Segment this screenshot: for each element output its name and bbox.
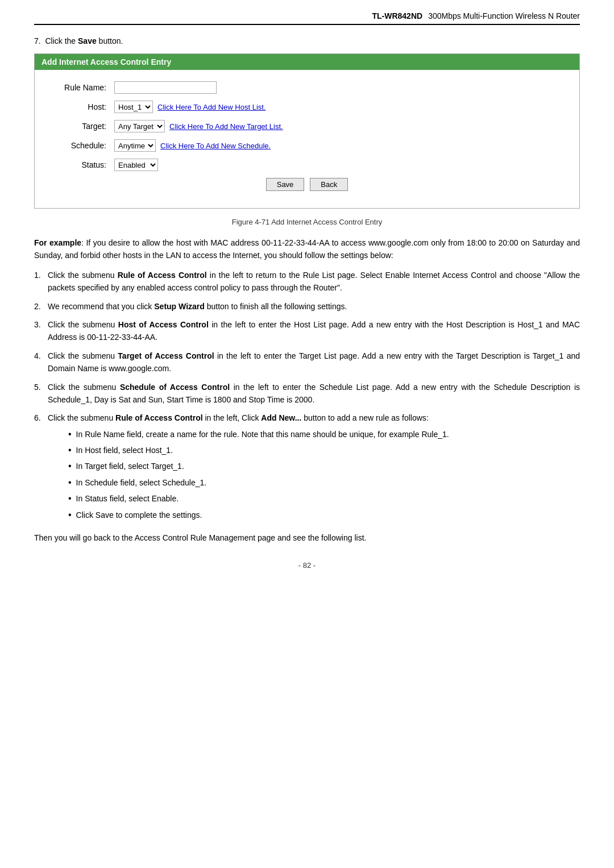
bullet-list: •In Rule Name field, create a name for t… [48,428,580,521]
list-item: 5. Click the submenu Schedule of Access … [34,381,580,406]
list-item: •In Host field, select Host_1. [68,444,580,456]
list-item: •In Status field, select Enable. [68,492,580,505]
back-button[interactable]: Back [310,178,348,191]
target-label: Target: [46,122,114,131]
list-item: 2. We recommend that you click Setup Wiz… [34,300,580,313]
list-item: 3. Click the submenu Host of Access Cont… [34,318,580,344]
list-item: •In Rule Name field, create a name for t… [68,428,580,441]
save-button[interactable]: Save [266,178,305,191]
example-bold: For example [34,238,81,247]
schedule-link[interactable]: Click Here To Add New Schedule. [160,142,271,150]
host-label: Host: [46,102,114,111]
rule-name-row: Rule Name: [46,81,568,94]
list-item: 4. Click the submenu Target of Access Co… [34,350,580,375]
form-buttons: Save Back [46,178,568,197]
list-item: •In Target field, select Target_1. [68,460,580,472]
figure-caption: Figure 4-71 Add Internet Access Control … [34,218,580,226]
list-item: •Click Save to complete the settings. [68,509,580,521]
model-name: TL-WR842ND [372,11,422,20]
final-paragraph: Then you will go back to the Access Cont… [34,531,580,544]
form-body: Rule Name: Host: Host_1 Click Here To Ad… [35,70,579,208]
host-row: Host: Host_1 Click Here To Add New Host … [46,101,568,113]
page-footer: - 82 - [34,561,580,570]
page-header: TL-WR842ND 300Mbps Multi-Function Wirele… [34,11,580,25]
list-item: 1. Click the submenu Rule of Access Cont… [34,269,580,294]
example-paragraph: For example: If you desire to allow the … [34,236,580,262]
status-row: Status: Enabled Disabled [46,159,568,171]
status-label: Status: [46,160,114,169]
step7-bold: Save [78,36,97,45]
list-item: 6. Click the submenu Rule of Access Cont… [34,412,580,525]
schedule-label: Schedule: [46,141,114,150]
target-link[interactable]: Click Here To Add New Target List. [169,122,283,131]
host-link[interactable]: Click Here To Add New Host List. [157,103,266,111]
schedule-select[interactable]: Anytime [114,139,156,152]
access-control-form: Add Internet Access Control Entry Rule N… [34,53,580,209]
target-select[interactable]: Any Target [114,120,165,132]
target-row: Target: Any Target Click Here To Add New… [46,120,568,132]
status-select[interactable]: Enabled Disabled [114,159,158,171]
step7-text: 7. Click the Save button. [34,36,580,45]
model-description: 300Mbps Multi-Function Wireless N Router [428,11,580,20]
schedule-row: Schedule: Anytime Click Here To Add New … [46,139,568,152]
rule-name-input[interactable] [114,81,217,94]
page-number: - 82 - [298,561,316,570]
form-title: Add Internet Access Control Entry [35,54,579,70]
rule-name-label: Rule Name: [46,83,114,92]
example-text: : If you desire to allow the host with M… [34,238,580,260]
steps-list: 1. Click the submenu Rule of Access Cont… [34,269,580,525]
host-select[interactable]: Host_1 [114,101,153,113]
list-item: •In Schedule field, select Schedule_1. [68,476,580,489]
